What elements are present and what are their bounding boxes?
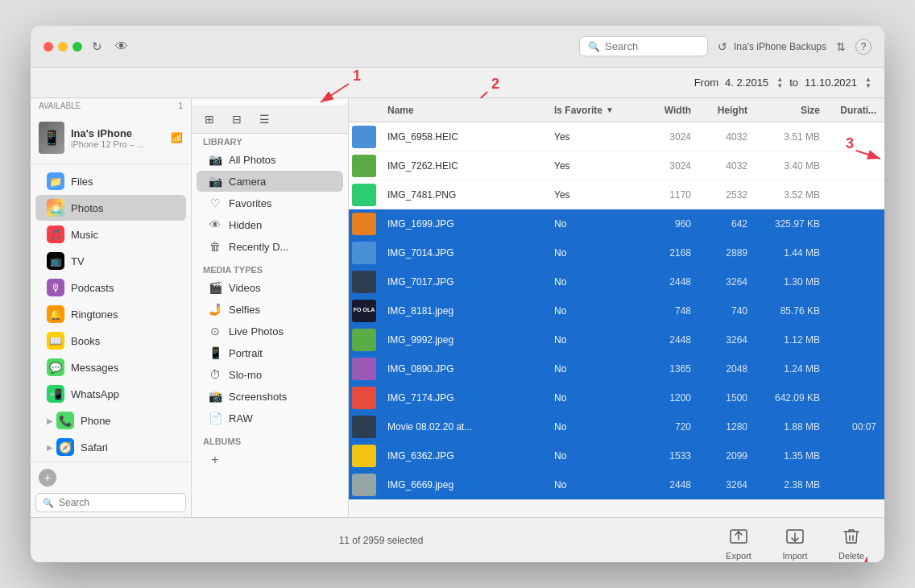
to-date-arrows[interactable]: ▲ ▼: [865, 77, 872, 89]
cell-width: 1200: [643, 392, 699, 404]
list-view-button[interactable]: ☰: [253, 110, 275, 129]
sidebar-item-music[interactable]: 🎵 Music: [35, 222, 186, 247]
col-duration[interactable]: Durati...: [828, 105, 884, 116]
search-icon: 🔍: [588, 41, 600, 52]
panel-screenshots[interactable]: 📸 Screenshots: [197, 386, 343, 407]
table-row[interactable]: IMG_6362.JPGNo153320991.35 MB: [349, 441, 884, 470]
all-photos-icon: 📷: [208, 153, 222, 166]
table-row[interactable]: FO OLAIMG_8181.jpegNo74874085.76 KB: [349, 296, 884, 325]
cell-name: IMG_6958.HEIC: [379, 131, 546, 143]
panel-add-album[interactable]: +: [197, 449, 343, 471]
safari-icon: 🧭: [56, 438, 74, 456]
table-row[interactable]: IMG_7017.JPGNo244832641.30 MB: [349, 267, 884, 296]
sidebar-label-photos: Photos: [71, 202, 103, 214]
cell-height: 2889: [699, 247, 756, 259]
small-grid-view-button[interactable]: ⊟: [226, 110, 248, 129]
sidebar-search-input[interactable]: [59, 497, 179, 508]
files-icon: 📁: [47, 172, 64, 190]
col-height[interactable]: Height: [699, 105, 756, 116]
cell-width: 1533: [643, 450, 699, 462]
cell-name: IMG_7262.HEIC: [379, 160, 546, 172]
add-button[interactable]: +: [39, 469, 56, 487]
table-row[interactable]: IMG_9992.jpegNo244832641.12 MB: [349, 325, 884, 354]
table-row[interactable]: IMG_7174.JPGNo12001500642.09 KB: [349, 383, 884, 412]
sidebar-item-tv[interactable]: 📺 TV: [35, 248, 186, 274]
table-row[interactable]: IMG_0890.JPGNo136520481.24 MB: [349, 354, 884, 383]
device-info: Ina's iPhone iPhone 12 Pro – ...: [71, 127, 164, 149]
library-section-label: Library: [192, 134, 348, 148]
panel-slo-mo[interactable]: ⏱ Slo-mo: [197, 364, 343, 385]
table-row[interactable]: IMG_7262.HEICYes302440323.40 MB: [349, 151, 884, 180]
cell-name: IMG_7017.JPG: [379, 276, 546, 288]
sidebar-item-phone[interactable]: ▶ 📞 Phone: [35, 408, 186, 433]
cell-width: 2448: [643, 479, 699, 491]
backup-label: Ina's iPhone Backups: [734, 41, 826, 52]
view-toolbar: ⊞ ⊟ ☰: [192, 105, 348, 134]
table-row[interactable]: IMG_6669.jpegNo244832642.38 MB: [349, 470, 884, 499]
panel-camera[interactable]: 📷 Camera: [197, 171, 343, 192]
close-button[interactable]: [43, 42, 53, 52]
minimize-button[interactable]: [58, 42, 68, 52]
panel-videos[interactable]: 🎬 Videos: [197, 277, 343, 298]
action-buttons: Export Import: [718, 520, 872, 561]
refresh-button[interactable]: ↻: [92, 39, 102, 54]
sort-icon[interactable]: ⇅: [836, 40, 846, 53]
table-row[interactable]: IMG_7481.PNGYes117025323.52 MB: [349, 180, 884, 209]
grid-view-button[interactable]: ⊞: [198, 110, 221, 129]
export-icon: [726, 524, 751, 549]
maximize-button[interactable]: [72, 42, 82, 52]
panel-live-photos[interactable]: ⊙ Live Photos: [197, 321, 343, 342]
to-date-value: 11.10.2021: [805, 77, 857, 89]
panel-selfies[interactable]: 🤳 Selfies: [197, 299, 343, 320]
panel-hidden[interactable]: 👁 Hidden: [197, 214, 343, 235]
col-favorite[interactable]: Is Favorite ▼: [546, 105, 643, 116]
delete-button[interactable]: Delete: [831, 524, 872, 561]
hidden-icon: 👁: [208, 218, 222, 231]
cell-duration: 00:07: [828, 421, 884, 433]
sidebar-item-books[interactable]: 📖 Books: [35, 328, 186, 354]
panel-recently-deleted[interactable]: 🗑 Recently D...: [197, 236, 343, 257]
cell-favorite: No: [546, 218, 643, 230]
panel-favorites[interactable]: ♡ Favorites: [197, 193, 343, 213]
sidebar-item-files[interactable]: 📁 Files: [35, 168, 186, 194]
ringtones-icon: 🔔: [47, 305, 64, 323]
sidebar-item-podcasts[interactable]: 🎙 Podcasts: [35, 275, 186, 300]
wifi-icon: 📶: [171, 132, 183, 143]
sidebar-item-ringtones[interactable]: 🔔 Ringtones: [35, 301, 186, 327]
table-row[interactable]: IMG_1699.JPGNo960642325.97 KB: [349, 209, 884, 238]
sidebar: AVAILABLE 1 📱 Ina's iPhone iPhone 12 Pro…: [31, 98, 192, 517]
panel-raw[interactable]: 📄 RAW: [197, 408, 343, 429]
table-row[interactable]: IMG_7014.JPGNo216828891.44 MB: [349, 238, 884, 267]
cell-favorite: No: [546, 334, 643, 346]
cell-size: 3.40 MB: [756, 160, 828, 172]
panel-all-photos[interactable]: 📷 All Photos: [197, 149, 343, 170]
import-button[interactable]: Import: [775, 524, 815, 561]
sidebar-item-whatsapp[interactable]: 📲 WhatsApp: [35, 381, 186, 407]
library-panel: ⊞ ⊟ ☰ Library 📷 All Photos 📷 Camera ♡ Fa…: [192, 98, 349, 517]
from-date-arrows[interactable]: ▲ ▼: [776, 77, 783, 89]
cell-width: 3024: [643, 131, 699, 143]
cell-width: 2448: [643, 276, 699, 288]
cell-name: IMG_6669.jpeg: [379, 479, 546, 491]
cell-size: 642.09 KB: [756, 392, 828, 404]
panel-portrait[interactable]: 📱 Portrait: [197, 342, 343, 363]
backup-restore-icon: ↺: [718, 40, 727, 53]
cell-height: 2048: [699, 363, 756, 375]
table-row[interactable]: Movie 08.02.20 at...No72012801.88 MB00:0…: [349, 412, 884, 441]
nav-items: 📁 Files 🌅 Photos 🎵 Music 📺 TV: [31, 164, 191, 462]
col-width[interactable]: Width: [643, 105, 699, 116]
eye-icon[interactable]: 👁: [115, 39, 128, 54]
cell-width: 1365: [643, 363, 699, 375]
cell-width: 748: [643, 305, 699, 317]
sidebar-item-photos[interactable]: 🌅 Photos: [35, 195, 186, 221]
search-input[interactable]: [605, 40, 699, 52]
sidebar-item-messages[interactable]: 💬 Messages: [35, 354, 186, 380]
music-icon: 🎵: [47, 226, 64, 243]
export-button[interactable]: Export: [718, 524, 759, 561]
table-row[interactable]: IMG_6958.HEICYes302440323.51 MB: [349, 122, 884, 151]
help-button[interactable]: ?: [855, 39, 872, 55]
sidebar-item-safari[interactable]: ▶ 🧭 Safari: [35, 434, 186, 460]
bottombar: 11 of 2959 selected Export: [31, 517, 884, 562]
col-size[interactable]: Size: [756, 105, 828, 116]
col-name[interactable]: Name: [379, 105, 546, 116]
